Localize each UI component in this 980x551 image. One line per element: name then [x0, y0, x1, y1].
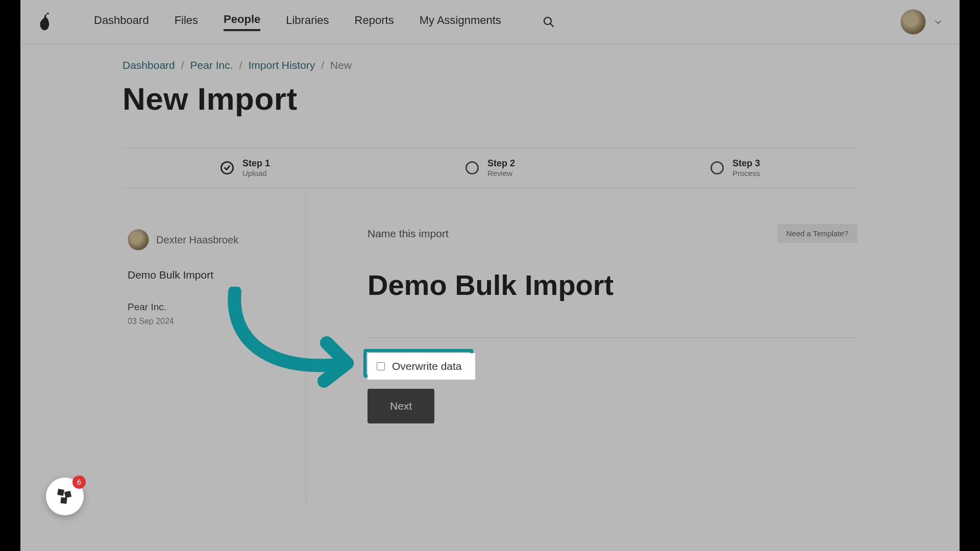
svg-rect-7	[60, 497, 67, 504]
page-title: New Import	[122, 81, 857, 117]
crumb-dashboard[interactable]: Dashboard	[122, 59, 175, 71]
user-menu[interactable]	[900, 9, 942, 35]
svg-point-3	[466, 162, 478, 173]
import-sidebar: Dexter Haasbroek Demo Bulk Import Pear I…	[122, 188, 306, 505]
svg-point-4	[711, 162, 723, 173]
top-nav: Dashboard Files People Libraries Reports…	[20, 0, 960, 44]
sidebar-org: Pear Inc.	[128, 302, 296, 313]
app-logo[interactable]	[38, 12, 53, 32]
import-main: Name this import Need a Template? Overwr…	[306, 188, 857, 505]
avatar	[900, 9, 926, 35]
step-done-icon	[220, 161, 234, 175]
step-circle-icon	[710, 161, 724, 175]
nav-people[interactable]: People	[224, 13, 260, 31]
step-3-title: Step 3	[732, 158, 760, 169]
pear-icon	[38, 12, 53, 32]
nav-my-assignments[interactable]: My Assignments	[420, 14, 501, 30]
step-2-title: Step 2	[487, 158, 515, 169]
divider	[368, 337, 857, 338]
breadcrumb: Dashboard / Pear Inc. / Import History /…	[122, 59, 857, 71]
crumb-org[interactable]: Pear Inc.	[190, 59, 233, 71]
nav-libraries[interactable]: Libraries	[286, 14, 329, 30]
step-1[interactable]: Step 1 Upload	[122, 148, 368, 188]
crumb-current: New	[330, 59, 352, 71]
step-1-title: Step 1	[242, 158, 270, 169]
nav-files[interactable]: Files	[175, 14, 198, 30]
nav-dashboard[interactable]: Dashboard	[94, 14, 149, 30]
step-2-label: Review	[487, 169, 515, 178]
next-button[interactable]: Next	[368, 389, 434, 423]
avatar	[128, 229, 149, 251]
crumb-import-history[interactable]: Import History	[248, 59, 315, 71]
import-user-name: Dexter Haasbroek	[156, 234, 238, 246]
step-circle-icon	[465, 161, 479, 175]
sidebar-import-name: Demo Bulk Import	[128, 269, 296, 281]
import-name-input[interactable]	[368, 268, 857, 302]
overwrite-checkbox[interactable]	[377, 362, 385, 370]
step-3-label: Process	[732, 169, 760, 178]
step-1-label: Upload	[242, 169, 270, 178]
svg-rect-6	[64, 491, 71, 498]
help-widget[interactable]: 6	[46, 478, 84, 515]
need-template-button[interactable]: Need a Template?	[777, 224, 857, 243]
step-3[interactable]: Step 3 Process	[612, 148, 857, 188]
stepper: Step 1 Upload Step 2 Review	[122, 147, 857, 188]
step-2[interactable]: Step 2 Review	[368, 148, 612, 188]
name-import-label: Name this import	[368, 228, 449, 240]
chevron-down-icon	[934, 18, 942, 26]
nav-links: Dashboard Files People Libraries Reports…	[94, 13, 555, 31]
svg-rect-5	[57, 489, 64, 496]
sidebar-date: 03 Sep 2024	[128, 317, 296, 326]
widget-badge: 6	[72, 475, 86, 489]
search-icon[interactable]	[542, 15, 555, 29]
widget-icon	[55, 486, 75, 507]
svg-line-1	[550, 23, 553, 27]
overwrite-data-row[interactable]: Overwrite data	[368, 353, 475, 380]
overwrite-label[interactable]: Overwrite data	[392, 360, 462, 372]
nav-reports[interactable]: Reports	[355, 14, 394, 30]
